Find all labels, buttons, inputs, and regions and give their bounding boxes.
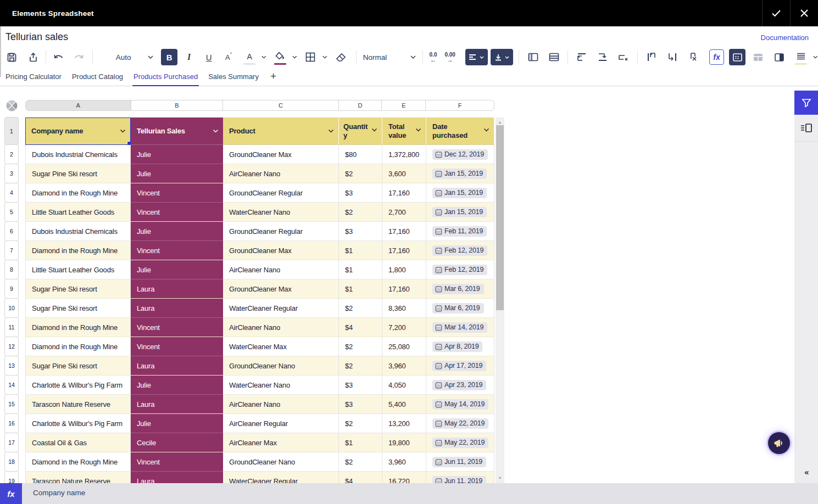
scroll-up-arrow[interactable]: ▲ [496, 118, 504, 126]
cell-total-value[interactable]: 17,160 [382, 279, 426, 299]
document-title[interactable]: Tellurian sales [5, 31, 68, 43]
cell-company[interactable]: Sugar Pine Ski resort [25, 279, 131, 299]
row-header-7[interactable]: 7 [4, 240, 19, 260]
insert-column-right-button[interactable] [664, 49, 681, 65]
cell-product[interactable]: GroundCleaner Max [223, 241, 339, 260]
filter-button[interactable] [794, 91, 818, 115]
cell-product[interactable]: AirCleaner Nano [223, 318, 339, 337]
row-header-5[interactable]: 5 [4, 202, 19, 222]
borders-button[interactable] [302, 49, 319, 65]
formula-bar-value[interactable]: Company name [33, 489, 85, 497]
cell-product[interactable]: AirCleaner Nano [223, 260, 339, 279]
cell-date-purchased[interactable]: Jun 11, 2019 [426, 472, 494, 483]
cell-quantity[interactable]: $1 [339, 260, 382, 279]
row-height-button[interactable] [793, 49, 809, 65]
underline-button[interactable]: U [201, 49, 217, 65]
cell-date-purchased[interactable]: Jan 15, 2019 [426, 164, 494, 183]
letter-style-button[interactable]: A° [220, 49, 237, 65]
cell-quantity[interactable]: $1 [339, 433, 382, 452]
cell-quantity[interactable]: $3 [339, 183, 382, 203]
cell-quantity[interactable]: $3 [339, 222, 382, 241]
decrease-decimal-button[interactable]: 0.0← [430, 52, 437, 63]
cell-company[interactable]: Little Stuart Leather Goods [25, 203, 131, 222]
save-button[interactable] [3, 49, 20, 65]
row-header-12[interactable]: 12 [4, 337, 19, 356]
cell-product[interactable]: WaterCleaner Regular [223, 299, 339, 318]
delete-column-button[interactable] [685, 49, 702, 65]
cell-total-value[interactable]: 5,400 [382, 395, 426, 414]
cell-company[interactable]: Coastal Oil & Gas [25, 433, 131, 452]
cell-quantity[interactable]: $1 [339, 241, 382, 260]
vertical-align-button[interactable] [491, 49, 513, 65]
table-view-button[interactable] [750, 49, 766, 65]
announcements-button[interactable] [768, 432, 790, 454]
row-header-6[interactable]: 6 [4, 221, 19, 241]
fill-handle[interactable] [127, 141, 131, 145]
cell-total-value[interactable]: 17,160 [382, 241, 426, 260]
cell-sales-rep[interactable]: Julie [131, 414, 223, 433]
cell-company[interactable]: Diamond in the Rough Mine [25, 241, 131, 260]
cell-total-value[interactable]: 7,200 [382, 318, 426, 337]
cell-date-purchased[interactable]: Apr 23, 2019 [426, 376, 494, 395]
cell-quantity[interactable]: $4 [339, 472, 382, 483]
header-filter-chevron-icon[interactable] [120, 129, 126, 133]
cell-date-purchased[interactable]: Jan 15, 2019 [426, 203, 494, 222]
cell-sales-rep[interactable]: Cecile [131, 433, 223, 452]
cell-sales-rep[interactable]: Laura [131, 472, 223, 483]
cell-company[interactable]: Diamond in the Rough Mine [25, 183, 131, 203]
cell-date-purchased[interactable]: Feb 11, 2019 [426, 222, 494, 241]
cell-total-value[interactable]: 19,800 [382, 433, 426, 452]
tab-products-purchased[interactable]: Products Purchased [133, 67, 198, 86]
cell-company[interactable]: Tarascon Nature Reserve [25, 472, 131, 483]
redo-button[interactable] [70, 49, 87, 65]
insert-column-left-button[interactable] [643, 49, 660, 65]
header-filter-chevron-icon[interactable] [371, 128, 377, 132]
cell-date-purchased[interactable]: May 14, 2019 [426, 395, 494, 414]
cell-quantity[interactable]: $2 [339, 203, 382, 222]
column-header-d[interactable]: D [339, 100, 382, 110]
cell-date-purchased[interactable]: May 22, 2019 [426, 433, 494, 452]
header-cell-company-name[interactable]: Company name [25, 117, 131, 145]
export-button[interactable] [25, 49, 41, 65]
cell-total-value[interactable]: 1,372,800 [382, 145, 426, 164]
collapse-panel-button[interactable]: « [794, 467, 818, 477]
cell-company[interactable]: Sugar Pine Ski resort [25, 299, 131, 318]
row-header-10[interactable]: 10 [4, 298, 19, 318]
insert-row-above-button[interactable] [574, 49, 590, 65]
cell-date-purchased[interactable]: Apr 17, 2019 [426, 356, 494, 376]
cell-company[interactable]: Diamond in the Rough Mine [25, 318, 131, 337]
formula-fx-button[interactable]: fx [0, 483, 22, 504]
confirm-button[interactable] [762, 0, 790, 26]
header-cell-total-value[interactable]: Total value [382, 117, 426, 145]
cell-sales-rep[interactable]: Laura [131, 356, 223, 376]
cell-total-value[interactable]: 2,700 [382, 203, 426, 222]
cell-sales-rep[interactable]: Julie [131, 376, 223, 395]
cell-sales-rep[interactable]: Julie [131, 260, 223, 279]
unmerge-cells-button[interactable] [546, 49, 562, 65]
vertical-scrollbar[interactable]: ▲ ▼ [496, 117, 504, 483]
header-filter-chevron-icon[interactable] [415, 128, 421, 132]
fill-color-button[interactable] [272, 49, 288, 65]
cell-sales-rep[interactable]: Julie [131, 145, 223, 164]
cell-date-purchased[interactable]: Dec 12, 2019 [426, 145, 494, 164]
cell-quantity[interactable]: $2 [339, 414, 382, 433]
cell-date-purchased[interactable]: Apr 8, 2019 [426, 337, 494, 356]
cell-total-value[interactable]: 25,080 [382, 337, 426, 356]
row-header-8[interactable]: 8 [4, 260, 19, 279]
cell-company[interactable]: Diamond in the Rough Mine [25, 337, 131, 356]
cell-product[interactable]: GroundCleaner Regular [223, 183, 339, 203]
formula-button[interactable]: fx [709, 49, 725, 65]
cell-company[interactable]: Charlotte & Wilbur's Pig Farm [25, 414, 131, 433]
cell-total-value[interactable]: 16,720 [382, 472, 426, 483]
cell-company[interactable]: Tarascon Nature Reserve [25, 395, 131, 414]
row-header-16[interactable]: 16 [4, 413, 19, 433]
text-color-button[interactable]: A [241, 49, 258, 65]
cell-date-purchased[interactable]: Mar 14, 2019 [426, 318, 494, 337]
cell-quantity[interactable]: $4 [339, 318, 382, 337]
cell-company[interactable]: Dubois Industrial Chemicals [25, 222, 131, 241]
cell-sales-rep[interactable]: Vincent [131, 203, 223, 222]
tab-sales-summary[interactable]: Sales Summary [208, 67, 259, 86]
row-header-1[interactable]: 1 [4, 117, 19, 145]
cell-quantity[interactable]: $2 [339, 337, 382, 356]
cell-sales-rep[interactable]: Laura [131, 279, 223, 299]
